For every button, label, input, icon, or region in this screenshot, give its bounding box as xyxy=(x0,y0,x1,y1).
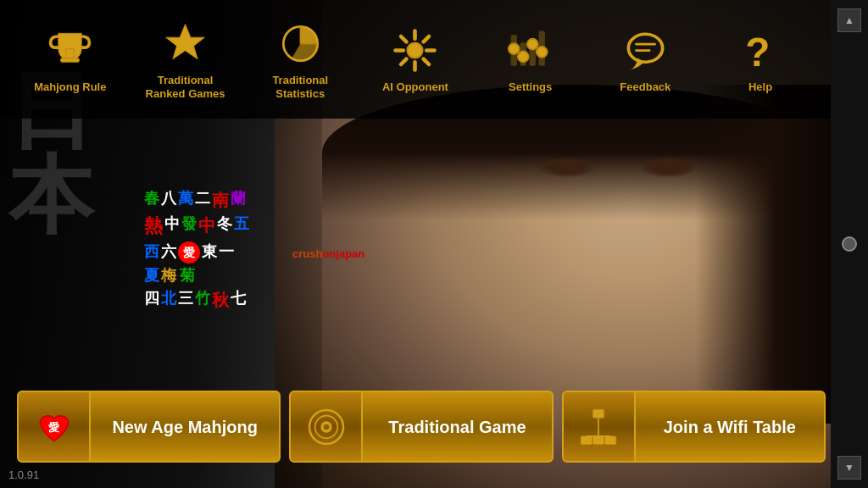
svg-line-13 xyxy=(424,36,429,42)
svg-point-22 xyxy=(537,47,548,58)
traditional-game-button[interactable]: Traditional Game xyxy=(289,391,553,463)
nav-settings[interactable]: Settings xyxy=(484,21,577,98)
svg-line-14 xyxy=(401,59,406,64)
chat-icon xyxy=(620,25,670,76)
ranked-games-label: Traditional Ranked Games xyxy=(143,74,228,100)
ai-opponent-label: AI Opponent xyxy=(382,80,448,94)
mahjong-text-display: 春 八 萬 二 南 蘭 熱 中 發 中 冬 五 西 六 愛 東 一 夏 梅 菊 … xyxy=(144,186,249,313)
feedback-label: Feedback xyxy=(620,80,670,94)
svg-point-20 xyxy=(518,52,529,63)
trophy-icon xyxy=(45,25,96,76)
sliders-icon xyxy=(505,25,556,76)
svg-text:愛: 愛 xyxy=(48,421,60,434)
nav-feedback[interactable]: Feedback xyxy=(598,21,692,98)
top-navigation: Mahjong Rule Traditional Ranked Games Tr… xyxy=(0,0,831,119)
settings-label: Settings xyxy=(509,80,552,94)
bottom-action-buttons: 愛 New Age Mahjong Traditional Game xyxy=(17,391,826,463)
nav-help[interactable]: ? Help xyxy=(714,21,807,98)
svg-text:?: ? xyxy=(745,30,770,74)
svg-point-31 xyxy=(323,424,329,430)
version-text: 1.0.91 xyxy=(8,469,39,481)
svg-rect-34 xyxy=(593,435,604,444)
star-icon xyxy=(160,19,211,69)
svg-line-11 xyxy=(401,36,406,42)
nav-ai-opponent[interactable]: AI Opponent xyxy=(369,21,462,98)
nav-statistics[interactable]: Traditional Statistics xyxy=(253,14,347,104)
scroll-down-button[interactable]: ▼ xyxy=(837,456,861,480)
svg-point-23 xyxy=(628,34,662,62)
join-wifi-table-button[interactable]: Join a Wifi Table xyxy=(562,391,826,463)
svg-point-21 xyxy=(527,39,538,50)
wifi-network-icon xyxy=(564,392,636,461)
svg-rect-0 xyxy=(66,49,74,58)
crushonjapan-brand: crushonjapan xyxy=(292,247,364,260)
svg-rect-1 xyxy=(61,58,80,63)
svg-point-19 xyxy=(509,43,520,54)
svg-point-6 xyxy=(408,43,423,58)
hair-overlay-right xyxy=(695,85,831,424)
svg-line-12 xyxy=(424,59,429,64)
svg-rect-32 xyxy=(593,409,604,418)
statistics-label: Traditional Statistics xyxy=(258,74,342,100)
new-age-label: New Age Mahjong xyxy=(91,417,279,437)
new-age-icon: 愛 xyxy=(19,392,91,461)
traditional-label: Traditional Game xyxy=(363,417,551,437)
svg-rect-35 xyxy=(605,435,616,444)
eye-right xyxy=(639,157,698,178)
nav-ranked-games[interactable]: Traditional Ranked Games xyxy=(139,14,232,104)
chart-icon xyxy=(275,19,326,69)
svg-marker-2 xyxy=(166,25,205,59)
eye-left xyxy=(537,157,597,178)
new-age-mahjong-button[interactable]: 愛 New Age Mahjong xyxy=(17,391,281,463)
wifi-table-label: Join a Wifi Table xyxy=(636,417,824,437)
nav-mahjong-rule[interactable]: Mahjong Rule xyxy=(24,21,117,98)
traditional-icon xyxy=(291,392,363,461)
scroll-up-button[interactable]: ▲ xyxy=(837,8,861,32)
gear-icon xyxy=(390,25,441,76)
right-scrollbar: ▲ ▼ xyxy=(831,0,868,488)
question-icon: ? xyxy=(735,25,786,76)
mahjong-rule-label: Mahjong Rule xyxy=(34,80,106,94)
help-label: Help xyxy=(748,80,772,94)
svg-rect-33 xyxy=(581,435,592,444)
scroll-indicator xyxy=(842,236,857,252)
